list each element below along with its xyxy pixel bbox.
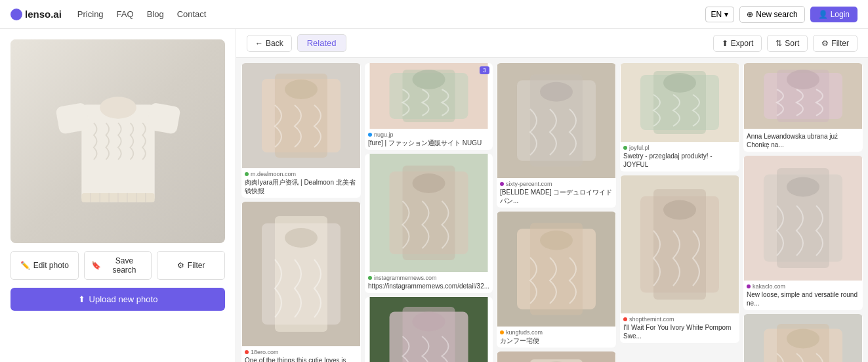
svg-rect-0 — [81, 104, 154, 202]
source-dot-icon — [500, 330, 504, 334]
grid-item-source: kungfuds.com — [500, 329, 613, 336]
grid-item-info: sixty-percent.com[BELLIDE MADE] コーデュロイワイ… — [497, 178, 616, 208]
svg-point-1 — [100, 97, 136, 118]
grid-item[interactable]: kakaclo.comNew loose, simple and versati… — [743, 156, 863, 310]
grid-item[interactable]: kungfuds.comカンフー宅便 — [497, 212, 616, 348]
save-search-button[interactable]: 🔖 Save search — [84, 251, 152, 280]
nav-pricing[interactable]: Pricing — [77, 9, 104, 19]
svg-point-47 — [663, 73, 696, 93]
user-icon: 👤 — [818, 10, 828, 19]
grid-item[interactable]: onlyformans.ruМода и стиль - Для мужчин — [365, 297, 493, 362]
svg-point-27 — [413, 173, 445, 193]
language-selector[interactable]: EN ▾ — [705, 7, 735, 22]
grid-item-source: kakaclo.com — [747, 283, 859, 290]
login-button[interactable]: 👤 Login — [810, 7, 858, 22]
grid-item[interactable] — [743, 314, 863, 362]
source-dot-icon — [245, 172, 249, 176]
sweater-illustration — [52, 56, 184, 227]
grid-col-0: m.dealmoon.com肉肉Iyara用户资讯 | Dealmoon 北美省… — [241, 63, 361, 362]
main-image — [10, 39, 225, 243]
grid-item-title: [BELLIDE MADE] コーデュロイワイドパン... — [500, 188, 613, 205]
new-search-button[interactable]: ⊕ New search — [739, 6, 804, 23]
svg-point-39 — [540, 231, 573, 250]
logo[interactable]: lenso.ai — [10, 9, 62, 20]
grid-item-info: 18ero.comOne of the things this cutie lo… — [241, 346, 361, 362]
grid-item-title: I'll Wait For You Ivory White Pompom Swe… — [623, 323, 736, 340]
source-label: joyful.pl — [629, 145, 650, 151]
grid-item-source: instagrammernews.com — [368, 275, 489, 281]
grid-item-source: shopthemint.com — [623, 316, 736, 323]
grid-item-info: m.dealmoon.com肉肉Iyara用户资讯 | Dealmoon 北美省… — [241, 168, 361, 198]
grid-item[interactable]: 18ero.comOne of the things this cutie lo… — [241, 202, 361, 362]
svg-point-35 — [540, 82, 573, 102]
results-grid-area: m.dealmoon.com肉肉Iyara用户资讯 | Dealmoon 北美省… — [236, 58, 868, 362]
grid-col-2: sixty-percent.com[BELLIDE MADE] コーデュロイワイ… — [497, 63, 616, 362]
logo-text: lenso.ai — [25, 9, 62, 20]
grid-item[interactable]: m.dealmoon.com肉肉Iyara用户资讯 | Dealmoon 北美省… — [241, 63, 361, 198]
grid-item[interactable]: sixty-percent.com[BELLIDE MADE] コーデュロイワイ… — [497, 63, 616, 208]
lang-label: EN — [711, 10, 722, 19]
svg-point-31 — [413, 312, 445, 332]
grid-item[interactable]: 3nugu.jp[fure] | ファッション通販サイト NUGU — [365, 63, 493, 150]
source-dot-icon — [368, 276, 372, 280]
svg-rect-2 — [55, 102, 90, 135]
sort-button[interactable]: ⇅ Sort — [767, 35, 808, 52]
upload-new-photo-button[interactable]: ⬆ Upload new photo — [10, 288, 225, 311]
grid-item[interactable]: Anna Lewandowska ubrana już Chonkę na... — [743, 63, 863, 152]
bookmark-icon: 🔖 — [91, 261, 101, 270]
main-layout: ✏️ Edit photo 🔖 Save search ⚙ Filter ⬆ U… — [0, 29, 868, 362]
nav-blog[interactable]: Blog — [147, 9, 164, 19]
nav-contact[interactable]: Contact — [177, 9, 207, 19]
source-label: sixty-percent.com — [506, 181, 552, 187]
grid-item[interactable]: shopthemint.comI'll Wait For You Ivory W… — [620, 175, 739, 343]
source-label: 18ero.com — [251, 349, 279, 355]
grid-item-info: instagrammernews.comhttps://instagrammer… — [365, 272, 493, 293]
grid-item-title: [fure] | ファッション通販サイト NUGU — [368, 139, 489, 147]
source-dot-icon — [623, 146, 627, 150]
grid-item-title: One of the things this cutie loves is sh… — [245, 356, 358, 362]
source-label: m.dealmoon.com — [251, 171, 296, 177]
grid-item[interactable]: instagrammernews.comhttps://instagrammer… — [365, 154, 493, 293]
grid-item-title: カンフー宅便 — [500, 336, 613, 345]
related-tab[interactable]: Related — [297, 34, 346, 52]
nav-faq[interactable]: FAQ — [117, 9, 134, 19]
source-dot-icon — [245, 350, 249, 354]
edit-photo-button[interactable]: ✏️ Edit photo — [10, 251, 79, 280]
svg-point-59 — [787, 177, 819, 197]
left-panel: ✏️ Edit photo 🔖 Save search ⚙ Filter ⬆ U… — [0, 29, 236, 362]
svg-rect-3 — [146, 102, 180, 135]
source-dot-icon — [500, 182, 504, 186]
edit-icon: ✏️ — [20, 261, 30, 270]
grid-item[interactable]: joyful.plSwetry - przegladaj produkty! -… — [620, 63, 739, 171]
export-button[interactable]: ⬆ Export — [713, 35, 762, 52]
grid-item-info: kakaclo.comNew loose, simple and versati… — [743, 281, 863, 310]
main-nav: Pricing FAQ Blog Contact — [77, 9, 705, 19]
header-actions: EN ▾ ⊕ New search 👤 Login — [705, 6, 858, 23]
grid-item[interactable] — [497, 351, 616, 362]
grid-item-info: kungfuds.comカンフー宅便 — [497, 327, 616, 348]
grid-item-source: m.dealmoon.com — [245, 171, 358, 177]
grid-item-title: Swetry - przegladaj produkty! - JOYFUL — [623, 152, 736, 169]
grid-item-title: New loose, simple and versatile round ne… — [747, 290, 859, 307]
svg-point-15 — [285, 79, 318, 99]
header: lenso.ai Pricing FAQ Blog Contact EN ▾ ⊕… — [0, 0, 868, 29]
masonry-grid: m.dealmoon.com肉肉Iyara用户资讯 | Dealmoon 北美省… — [241, 63, 863, 362]
grid-item-source: nugu.jp — [368, 131, 489, 138]
export-icon: ⬆ — [722, 39, 728, 48]
filter-button-left[interactable]: ⚙ Filter — [157, 251, 225, 280]
filter-icon-toolbar: ⚙ — [821, 39, 829, 48]
filter-button-toolbar[interactable]: ⚙ Filter — [813, 35, 858, 52]
grid-col-3: joyful.plSwetry - przegladaj produkty! -… — [620, 63, 739, 362]
grid-item-title: 肉肉Iyara用户资讯 | Dealmoon 北美省钱快报 — [245, 178, 358, 195]
grid-item-source: 18ero.com — [245, 349, 358, 355]
grid-col-4: Anna Lewandowska ubrana już Chonkę na...… — [743, 63, 863, 362]
grid-item-info: Anna Lewandowska ubrana już Chonkę na... — [743, 129, 863, 152]
back-button[interactable]: ← Back — [247, 35, 292, 52]
grid-item-source: joyful.pl — [623, 145, 736, 151]
source-label: shopthemint.com — [629, 316, 674, 323]
grid-item-source: sixty-percent.com — [500, 181, 613, 187]
right-panel: ← Back Related ⬆ Export ⇅ Sort ⚙ Filter — [236, 29, 868, 362]
result-badge: 3 — [480, 66, 489, 74]
back-icon: ← — [255, 39, 263, 48]
source-label: kakaclo.com — [753, 283, 785, 290]
